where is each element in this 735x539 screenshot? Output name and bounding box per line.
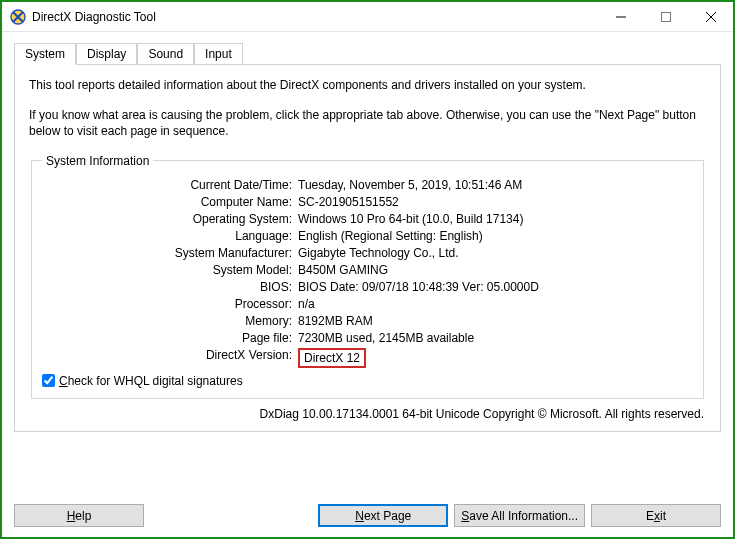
window: DirectX Diagnostic Tool System Display S… [2, 2, 733, 537]
directx-icon [10, 9, 26, 25]
info-value: Tuesday, November 5, 2019, 10:51:46 AM [298, 178, 693, 192]
tab-panel-system: This tool reports detailed information a… [14, 64, 721, 432]
info-value: n/a [298, 297, 693, 311]
window-controls [598, 2, 733, 31]
close-button[interactable] [688, 2, 733, 31]
save-all-button[interactable]: Save All Information... [454, 504, 585, 527]
info-value: 8192MB RAM [298, 314, 693, 328]
titlebar: DirectX Diagnostic Tool [2, 2, 733, 32]
whql-label[interactable]: Check for WHQL digital signatures [59, 374, 243, 388]
tab-display[interactable]: Display [76, 43, 137, 65]
info-value: Gigabyte Technology Co., Ltd. [298, 246, 693, 260]
info-label: Computer Name: [42, 195, 298, 209]
info-label: Memory: [42, 314, 298, 328]
info-label: BIOS: [42, 280, 298, 294]
content-area: System Display Sound Input This tool rep… [2, 32, 733, 498]
info-value: English (Regional Setting: English) [298, 229, 693, 243]
info-value: B450M GAMING [298, 263, 693, 277]
info-value: 7230MB used, 2145MB available [298, 331, 693, 345]
whql-checkbox[interactable] [42, 374, 55, 387]
intro-line-1: This tool reports detailed information a… [29, 77, 706, 93]
info-value: BIOS Date: 09/07/18 10:48:39 Ver: 05.000… [298, 280, 693, 294]
info-label: Operating System: [42, 212, 298, 226]
info-label: Language: [42, 229, 298, 243]
info-label: Page file: [42, 331, 298, 345]
next-page-button[interactable]: Next Page [318, 504, 448, 527]
system-info-grid: Current Date/Time:Tuesday, November 5, 2… [42, 178, 693, 368]
directx-version-highlight: DirectX 12 [298, 348, 366, 368]
intro-text: This tool reports detailed information a… [29, 77, 706, 140]
maximize-button[interactable] [643, 2, 688, 31]
button-row: Help Next Page Save All Information... E… [2, 498, 733, 537]
info-label: Current Date/Time: [42, 178, 298, 192]
info-label: System Manufacturer: [42, 246, 298, 260]
system-information-group: System Information Current Date/Time:Tue… [31, 154, 704, 399]
window-title: DirectX Diagnostic Tool [32, 10, 598, 24]
minimize-button[interactable] [598, 2, 643, 31]
tab-input[interactable]: Input [194, 43, 243, 65]
whql-row: Check for WHQL digital signatures [42, 374, 693, 388]
intro-line-2: If you know what area is causing the pro… [29, 107, 706, 139]
help-button[interactable]: Help [14, 504, 144, 527]
info-value: SC-201905151552 [298, 195, 693, 209]
info-value: DirectX 12 [298, 348, 693, 368]
info-label: Processor: [42, 297, 298, 311]
info-label: DirectX Version: [42, 348, 298, 368]
info-value: Windows 10 Pro 64-bit (10.0, Build 17134… [298, 212, 693, 226]
svg-rect-2 [661, 12, 670, 21]
system-information-legend: System Information [42, 154, 153, 168]
exit-button[interactable]: Exit [591, 504, 721, 527]
footer-text: DxDiag 10.00.17134.0001 64-bit Unicode C… [29, 407, 706, 421]
info-label: System Model: [42, 263, 298, 277]
tab-system[interactable]: System [14, 43, 76, 65]
button-group-right: Next Page Save All Information... Exit [318, 504, 721, 527]
tab-strip: System Display Sound Input [14, 43, 721, 65]
tab-sound[interactable]: Sound [137, 43, 194, 65]
